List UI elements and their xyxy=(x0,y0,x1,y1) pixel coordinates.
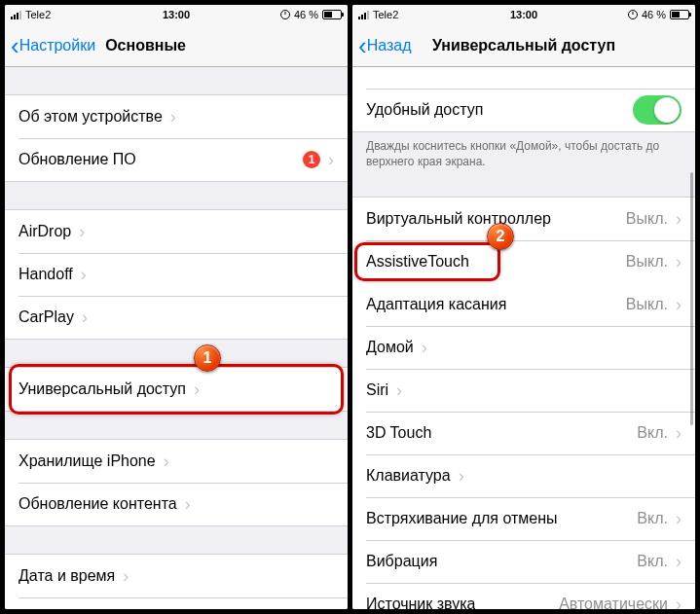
chevron-right-icon: › xyxy=(676,252,682,272)
group-reachability: — Удобный доступ xyxy=(352,67,695,132)
cell-shake-to-undo[interactable]: Встряхивание для отмены Вкл. › xyxy=(352,497,695,540)
status-time: 13:00 xyxy=(510,9,537,20)
cell-audio-routing[interactable]: Источник звука Автоматически › xyxy=(352,583,695,609)
cell-background-refresh[interactable]: Обновление контента › xyxy=(5,483,348,525)
cell-switch-control[interactable]: Виртуальный контроллер Выкл. › xyxy=(352,198,695,240)
signal-icon xyxy=(11,10,21,19)
chevron-right-icon: › xyxy=(82,307,88,328)
nav-bar: ‹ Назад Универсальный доступ xyxy=(352,24,695,67)
group-about: Об этом устройстве › Обновление ПО 1 › xyxy=(5,94,348,182)
chevron-right-icon: › xyxy=(194,379,200,400)
carrier-label: Tele2 xyxy=(25,9,51,20)
chevron-right-icon: › xyxy=(328,150,334,170)
cell-touch-accommodations[interactable]: Адаптация касания Выкл. › xyxy=(352,283,695,326)
page-title: Универсальный доступ xyxy=(432,37,615,54)
update-badge: 1 xyxy=(303,151,320,168)
carrier-label: Tele2 xyxy=(373,9,398,20)
signal-icon xyxy=(358,10,369,19)
cell-vibration[interactable]: Вибрация Вкл. › xyxy=(352,540,695,583)
group-accessibility: Универсальный доступ › 1 xyxy=(5,367,348,412)
status-time: 13:00 xyxy=(163,9,190,20)
reachability-toggle[interactable] xyxy=(633,95,682,125)
cell-software-update[interactable]: Обновление ПО 1 › xyxy=(5,138,348,181)
chevron-left-icon: ‹ xyxy=(358,33,367,58)
chevron-right-icon: › xyxy=(676,423,682,444)
cell-siri[interactable]: Siri › xyxy=(352,369,695,412)
alarm-icon xyxy=(280,10,290,19)
phone-left: Tele2 13:00 46 % ‹ Настройки Основные Об… xyxy=(5,5,348,609)
cell-home-button[interactable]: Домой › xyxy=(352,326,695,369)
group-connectivity: AirDrop › Handoff › CarPlay › xyxy=(5,209,348,340)
cell-keyboard-access[interactable]: Клавиатура › xyxy=(352,454,695,497)
back-label: Назад xyxy=(367,37,412,54)
cell-cut-off: — xyxy=(352,67,695,89)
chevron-right-icon: › xyxy=(164,451,169,472)
back-button[interactable]: ‹ Назад xyxy=(352,33,418,58)
cell-iphone-storage[interactable]: Хранилище iPhone › xyxy=(5,440,348,483)
chevron-right-icon: › xyxy=(422,338,427,358)
cell-about[interactable]: Об этом устройстве › xyxy=(5,95,348,138)
battery-pct: 46 % xyxy=(642,9,666,20)
cell-handoff[interactable]: Handoff › xyxy=(5,253,348,296)
chevron-right-icon: › xyxy=(676,509,682,529)
battery-icon xyxy=(670,10,689,19)
chevron-right-icon: › xyxy=(123,566,129,587)
chevron-right-icon: › xyxy=(185,494,191,515)
cell-3d-touch[interactable]: 3D Touch Вкл. › xyxy=(352,412,695,454)
cell-keyboard[interactable]: Клавиатура › xyxy=(5,597,348,609)
phone-right: Tele2 13:00 46 % ‹ Назад Универсальный д… xyxy=(352,5,695,609)
chevron-right-icon: › xyxy=(676,295,682,315)
status-bar: Tele2 13:00 46 % xyxy=(352,5,695,24)
chevron-right-icon: › xyxy=(676,209,682,230)
alarm-icon xyxy=(628,10,638,19)
chevron-right-icon: › xyxy=(396,380,402,401)
reachability-footer: Дважды коснитесь кнопки «Домой», чтобы д… xyxy=(352,132,695,169)
group-interaction: Виртуальный контроллер Выкл. › Assistive… xyxy=(352,197,695,609)
battery-icon xyxy=(322,10,342,19)
chevron-right-icon: › xyxy=(81,265,87,285)
group-datetime: Дата и время › Клавиатура › xyxy=(5,554,348,609)
cell-carplay[interactable]: CarPlay › xyxy=(5,296,348,339)
chevron-right-icon: › xyxy=(676,595,682,609)
cell-assistivetouch[interactable]: AssistiveTouch Выкл. › xyxy=(352,240,695,283)
chevron-right-icon: › xyxy=(459,466,464,487)
nav-bar: ‹ Настройки Основные xyxy=(5,24,348,67)
cell-reachability[interactable]: Удобный доступ xyxy=(352,89,695,131)
chevron-right-icon: › xyxy=(111,609,117,610)
status-bar: Tele2 13:00 46 % xyxy=(5,5,348,24)
chevron-right-icon: › xyxy=(79,222,85,242)
chevron-right-icon: › xyxy=(170,107,176,127)
accessibility-list: — Удобный доступ Дважды коснитесь кнопки… xyxy=(352,67,695,609)
group-storage: Хранилище iPhone › Обновление контента › xyxy=(5,439,348,526)
cell-datetime[interactable]: Дата и время › xyxy=(5,555,348,597)
battery-pct: 46 % xyxy=(294,9,318,20)
settings-list: Об этом устройстве › Обновление ПО 1 › A… xyxy=(5,67,348,609)
back-button[interactable]: ‹ Настройки xyxy=(5,33,101,58)
cell-airdrop[interactable]: AirDrop › xyxy=(5,210,348,253)
chevron-left-icon: ‹ xyxy=(11,33,19,58)
step-badge-1: 1 xyxy=(194,344,221,372)
cell-accessibility[interactable]: Универсальный доступ › xyxy=(5,368,348,411)
scroll-indicator[interactable] xyxy=(690,133,693,551)
page-title: Основные xyxy=(105,37,186,54)
chevron-right-icon: › xyxy=(676,552,682,572)
back-label: Настройки xyxy=(19,37,95,54)
